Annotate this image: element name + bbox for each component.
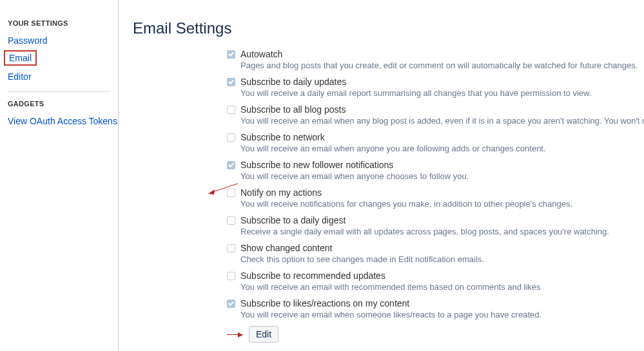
- checkbox[interactable]: [227, 78, 235, 86]
- checkbox[interactable]: [227, 272, 235, 280]
- edit-button[interactable]: Edit: [249, 326, 278, 343]
- svg-marker-1: [208, 189, 215, 194]
- checkbox[interactable]: [227, 106, 235, 114]
- setting-row: Subscribe to daily updatesYou will recei…: [227, 77, 644, 98]
- setting-row: Subscribe to likes/reactions on my conte…: [227, 298, 644, 319]
- checkbox[interactable]: [227, 189, 235, 197]
- setting-row: Subscribe to new follower notificationsY…: [227, 160, 644, 181]
- setting-description: You will receive an email when anyone yo…: [240, 144, 644, 153]
- setting-label: Subscribe to daily updates: [240, 77, 346, 87]
- setting-description: You will receive an email with recommend…: [240, 282, 644, 292]
- setting-label: Show changed content: [240, 243, 332, 253]
- setting-label: Subscribe to likes/reactions on my conte…: [240, 298, 409, 308]
- sidebar: YOUR SETTINGS Password Email Editor GADG…: [0, 0, 119, 351]
- setting-description: You will receive an email when someone l…: [240, 310, 644, 319]
- setting-row: Subscribe to a daily digestReceive a sin…: [227, 215, 644, 236]
- checkbox[interactable]: [227, 244, 235, 252]
- settings-list: AutowatchPages and blog posts that you c…: [227, 49, 644, 319]
- setting-label: Subscribe to a daily digest: [240, 215, 346, 225]
- setting-label: Subscribe to all blog posts: [240, 104, 346, 115]
- checkbox[interactable]: [227, 133, 235, 142]
- setting-description: Pages and blog posts that you create, ed…: [240, 61, 644, 70]
- sidebar-link-editor[interactable]: Editor: [8, 70, 32, 84]
- setting-row: Subscribe to all blog postsYou will rece…: [227, 104, 644, 126]
- content: Email Settings AutowatchPages and blog p…: [119, 0, 644, 351]
- setting-description: You will receive an email when any blog …: [240, 116, 644, 126]
- sidebar-link-oauth[interactable]: View OAuth Access Tokens: [8, 114, 117, 128]
- checkbox[interactable]: [227, 299, 235, 308]
- sidebar-heading-gadgets: GADGETS: [8, 100, 118, 108]
- sidebar-heading-settings: YOUR SETTINGS: [8, 19, 118, 27]
- setting-description: Check this option to see changes made in…: [240, 254, 644, 264]
- setting-description: You will receive notifications for chang…: [240, 199, 644, 209]
- setting-row: Subscribe to recommended updatesYou will…: [227, 270, 644, 292]
- arrow-annotation-icon: [227, 332, 245, 337]
- page-title: Email Settings: [133, 19, 644, 37]
- setting-description: You will receive a daily email report su…: [240, 88, 644, 98]
- setting-description: You will receive an email when anyone ch…: [240, 171, 644, 181]
- sidebar-divider: [8, 91, 111, 92]
- setting-row: Subscribe to networkYou will receive an …: [227, 132, 644, 153]
- setting-label: Subscribe to network: [240, 132, 325, 142]
- setting-row: Notify on my actionsYou will receive not…: [227, 187, 644, 209]
- setting-row: AutowatchPages and blog posts that you c…: [227, 49, 644, 70]
- sidebar-link-password[interactable]: Password: [8, 33, 47, 48]
- setting-label: Autowatch: [240, 49, 282, 59]
- checkbox[interactable]: [227, 50, 235, 59]
- setting-description: Receive a single daily email with all up…: [240, 227, 644, 236]
- setting-row: Show changed contentCheck this option to…: [227, 243, 644, 264]
- setting-label: Subscribe to new follower notifications: [240, 160, 393, 170]
- setting-label: Notify on my actions: [240, 187, 322, 198]
- checkbox[interactable]: [227, 216, 235, 225]
- sidebar-link-email[interactable]: Email: [4, 50, 37, 66]
- setting-label: Subscribe to recommended updates: [240, 270, 385, 281]
- checkbox[interactable]: [227, 161, 235, 169]
